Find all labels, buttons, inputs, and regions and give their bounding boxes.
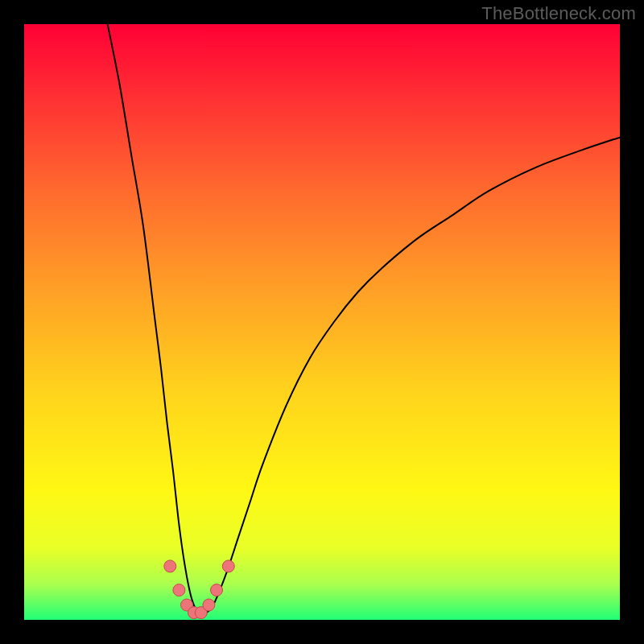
- bottleneck-curve-chart: [24, 24, 620, 620]
- curve-marker: [164, 560, 176, 572]
- curve-marker: [173, 584, 185, 597]
- gradient-background: [24, 24, 620, 620]
- watermark-text: TheBottleneck.com: [481, 3, 636, 24]
- curve-marker: [203, 599, 215, 611]
- curve-marker: [222, 560, 234, 572]
- curve-marker: [211, 584, 223, 597]
- chart-container: TheBottleneck.com: [0, 0, 644, 644]
